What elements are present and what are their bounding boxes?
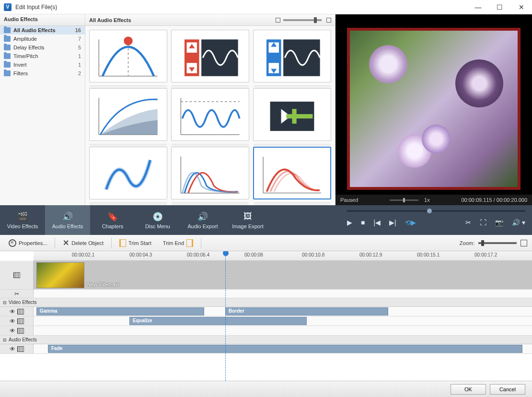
video-track: New Video.avi xyxy=(0,261,532,290)
fx-track-head[interactable]: 👁 xyxy=(0,316,34,326)
fx-clip-equalize[interactable]: Equalize xyxy=(129,317,307,325)
svg-rect-13 xyxy=(283,39,320,76)
video-fx-track-3: 👁 xyxy=(0,326,532,336)
thumb-zoom-slider[interactable] xyxy=(283,19,322,21)
close-button[interactable]: ✕ xyxy=(510,0,532,14)
sidebar-item-delay-effects[interactable]: Delay Effects5 xyxy=(0,43,85,52)
tab-audio-effects[interactable]: 🔊Audio Effects xyxy=(45,205,90,235)
fx-clip-gamma[interactable]: Gamma xyxy=(36,307,204,315)
tab-image-export[interactable]: 🖼Image Export xyxy=(225,205,270,235)
preview-frame xyxy=(335,14,532,195)
image-up-icon: 🖼 xyxy=(242,211,254,222)
player-controls: ▶ ■ |◀ ▶| ⟲▶ ✂ ⛶ 📷 🔊 ▾ xyxy=(340,205,532,235)
sidebar-item-time-pitch[interactable]: Time/Pitch1 xyxy=(0,52,85,60)
effect-compressor[interactable]: Compressor xyxy=(171,30,249,82)
effects-header-title: All Audio Effects xyxy=(89,17,131,23)
ruler-tick: 00:00:04.3 xyxy=(129,252,152,257)
film-icon xyxy=(13,272,20,278)
cut-track: ✂ xyxy=(0,290,532,298)
seek-bar[interactable] xyxy=(347,210,525,212)
view-large-icon[interactable] xyxy=(326,18,331,23)
timeline-ruler[interactable]: 00:00:02.100:00:04.300:00:06.400:00:0800… xyxy=(34,251,532,261)
sidebar-item-all-audio-effects[interactable]: All Audio Effects16 xyxy=(0,26,85,35)
folder-icon xyxy=(4,27,11,33)
effect-vibrato[interactable]: Vibrato xyxy=(89,147,167,199)
cancel-button[interactable]: Cancel xyxy=(490,384,525,395)
next-frame-button[interactable]: ▶| xyxy=(389,219,396,226)
folder-icon xyxy=(4,36,11,42)
fullscreen-icon[interactable]: ⛶ xyxy=(480,219,486,226)
film-icon xyxy=(17,318,24,324)
trim-start-icon xyxy=(119,239,126,247)
cut-icon[interactable]: ✂ xyxy=(465,219,471,226)
minimize-button[interactable]: — xyxy=(467,0,489,14)
zoom-fit-icon[interactable] xyxy=(520,240,527,246)
playhead[interactable] xyxy=(225,251,226,381)
effect-normalize[interactable]: Normalize xyxy=(171,88,249,141)
sidebar-item-amplitude[interactable]: Amplitude7 xyxy=(0,35,85,43)
fx-track-head[interactable]: 👁 xyxy=(0,344,34,353)
fx-track-head[interactable]: 👁 xyxy=(0,326,34,335)
film-star-icon: 🎬 xyxy=(16,211,29,222)
audio-effects-section[interactable]: ⊟Audio Effects xyxy=(0,336,532,344)
effect-flanger[interactable]: Flanger xyxy=(171,147,249,199)
speaker-star-icon: 🔊 xyxy=(61,211,74,222)
sidebar-item-invert[interactable]: Invert1 xyxy=(0,60,85,69)
svg-rect-7 xyxy=(201,39,238,76)
fx-clip-fade[interactable]: Fade xyxy=(48,345,522,353)
delete-object-button[interactable]: ✕Delete Object xyxy=(59,236,107,249)
app-icon: V xyxy=(4,3,12,11)
effects-sidebar: Audio Effects All Audio Effects16Amplitu… xyxy=(0,14,85,205)
trim-start-button[interactable]: Trim Start xyxy=(116,237,155,249)
effect-silence[interactable]: Silence xyxy=(253,88,331,141)
preview-status-bar: Paused 1x 00:00:09.115 / 00:00:20.000 xyxy=(335,195,532,205)
trim-end-button[interactable]: Trim End xyxy=(159,237,197,249)
folder-icon xyxy=(4,45,11,50)
scissors-icon: ✂ xyxy=(14,291,19,297)
prev-frame-button[interactable]: |◀ xyxy=(373,219,381,226)
speed-slider[interactable] xyxy=(390,199,418,201)
timeline-toolbar: Properties... ✕Delete Object Trim Start … xyxy=(0,235,532,251)
svg-point-1 xyxy=(124,36,132,45)
play-button[interactable]: ▶ xyxy=(347,219,352,226)
effect-chorus[interactable]: Chorus xyxy=(253,147,331,199)
ruler-tick: 00:00:15.1 xyxy=(417,252,439,257)
properties-button[interactable]: Properties... xyxy=(5,237,51,249)
sidebar-header: Audio Effects xyxy=(0,14,85,26)
tab-disc-menu[interactable]: 💿Disc Menu xyxy=(135,205,180,235)
video-clip[interactable] xyxy=(36,262,84,288)
fx-clip-border[interactable]: Border xyxy=(225,307,388,315)
time-display: 00:00:09.115 / 00:00:20.000 xyxy=(461,197,527,203)
film-icon xyxy=(17,309,24,315)
snapshot-icon[interactable]: 📷 xyxy=(495,219,503,226)
effects-panel: All Audio Effects AmplifyCompressorExpan… xyxy=(85,14,335,205)
view-small-icon[interactable] xyxy=(276,18,280,23)
stop-button[interactable]: ■ xyxy=(361,219,365,226)
folder-icon xyxy=(4,53,11,59)
video-track-head[interactable] xyxy=(0,261,34,289)
preview-area: Paused 1x 00:00:09.115 / 00:00:20.000 xyxy=(335,14,532,205)
timeline-zoom-slider[interactable] xyxy=(478,242,517,244)
tab-video-effects[interactable]: 🎬Video Effects xyxy=(0,205,45,235)
ruler-tick: 00:00:02.1 xyxy=(72,252,94,257)
bookmark-icon: 🔖 xyxy=(106,211,119,222)
tab-audio-export[interactable]: 🔊Audio Export xyxy=(180,205,225,235)
preview-video[interactable] xyxy=(347,28,520,190)
effect-amplify[interactable]: Amplify xyxy=(89,30,167,82)
ok-button[interactable]: OK xyxy=(451,384,486,395)
trim-end-icon xyxy=(186,239,193,247)
video-effects-section[interactable]: ⊟Video Effects xyxy=(0,298,532,307)
video-track-body[interactable]: New Video.avi xyxy=(34,261,532,289)
maximize-button[interactable]: ☐ xyxy=(489,0,510,14)
ruler-tick: 00:00:08 xyxy=(244,252,263,257)
effect-expander[interactable]: Expander xyxy=(253,30,331,82)
volume-icon[interactable]: 🔊 ▾ xyxy=(512,219,525,226)
effect-fade[interactable]: Fade xyxy=(89,88,167,141)
tab-chapters[interactable]: 🔖Chapters xyxy=(90,205,135,235)
cut-track-head[interactable]: ✂ xyxy=(0,290,34,298)
fx-track-head[interactable]: 👁 xyxy=(0,307,34,316)
loop-button[interactable]: ⟲▶ xyxy=(405,219,416,226)
eye-icon: 👁 xyxy=(10,346,15,352)
sidebar-item-filters[interactable]: Filters2 xyxy=(0,69,85,78)
film-icon xyxy=(17,346,24,352)
